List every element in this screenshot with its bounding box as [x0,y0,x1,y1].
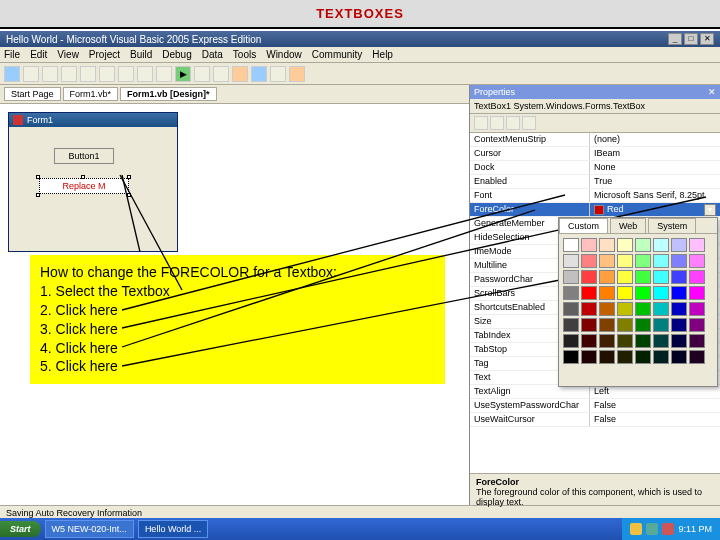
color-swatch[interactable] [671,286,687,300]
color-swatch[interactable] [599,302,615,316]
color-swatch[interactable] [689,254,705,268]
color-swatch[interactable] [653,334,669,348]
close-button[interactable]: ✕ [700,33,714,45]
color-swatch[interactable] [599,318,615,332]
resize-handle[interactable] [127,193,131,197]
color-swatch[interactable] [653,254,669,268]
menu-tools[interactable]: Tools [233,49,256,60]
color-swatch[interactable] [689,334,705,348]
tray-icon[interactable] [630,523,642,535]
color-swatch[interactable] [671,334,687,348]
copy-icon[interactable] [99,66,115,82]
form-preview[interactable]: Form1 Button1 Replace M [8,112,178,252]
tab-start-page[interactable]: Start Page [4,87,61,101]
menu-edit[interactable]: Edit [30,49,47,60]
color-swatch[interactable] [581,254,597,268]
tool-a-icon[interactable] [251,66,267,82]
color-swatch[interactable] [635,350,651,364]
new-project-icon[interactable] [4,66,20,82]
menu-debug[interactable]: Debug [162,49,191,60]
menu-data[interactable]: Data [202,49,223,60]
menu-view[interactable]: View [57,49,79,60]
color-swatch[interactable] [617,286,633,300]
menu-help[interactable]: Help [372,49,393,60]
color-swatch[interactable] [617,334,633,348]
color-swatch[interactable] [563,254,579,268]
object-selector[interactable]: TextBox1 System.Windows.Forms.TextBox [470,99,720,114]
color-swatch[interactable] [617,302,633,316]
color-swatch[interactable] [563,238,579,252]
color-swatch[interactable] [617,254,633,268]
tool-c-icon[interactable] [289,66,305,82]
save-icon[interactable] [42,66,58,82]
color-swatch[interactable] [599,334,615,348]
color-swatch[interactable] [653,318,669,332]
property-row-forecolor[interactable]: ForeColorRed▾ [470,203,720,217]
dropdown-icon[interactable]: ▾ [704,204,716,216]
color-swatch[interactable] [689,270,705,284]
color-swatch[interactable] [689,350,705,364]
color-swatch[interactable] [581,286,597,300]
property-row-font[interactable]: FontMicrosoft Sans Serif, 8.25pt [470,189,720,203]
color-swatch[interactable] [599,270,615,284]
tool-b-icon[interactable] [270,66,286,82]
run-icon[interactable]: ▶ [175,66,191,82]
alphabetical-icon[interactable] [490,116,504,130]
undo-icon[interactable] [137,66,153,82]
taskbar-item[interactable]: W5 NEW-020-Int... [45,520,134,538]
property-value[interactable]: Red▾ [590,203,720,216]
menu-project[interactable]: Project [89,49,120,60]
tray-icon[interactable] [646,523,658,535]
tray-icon[interactable] [662,523,674,535]
color-swatch[interactable] [671,350,687,364]
color-swatch[interactable] [599,254,615,268]
color-swatch[interactable] [689,318,705,332]
tab-form-design[interactable]: Form1.vb [Design]* [120,87,217,101]
color-swatch[interactable] [617,350,633,364]
cut-icon[interactable] [80,66,96,82]
color-swatch[interactable] [581,302,597,316]
color-swatch[interactable] [599,350,615,364]
color-swatch[interactable] [635,254,651,268]
color-swatch[interactable] [635,238,651,252]
tab-form-code[interactable]: Form1.vb* [63,87,119,101]
resize-handle[interactable] [36,193,40,197]
color-swatch[interactable] [581,270,597,284]
resize-handle[interactable] [81,175,85,179]
menu-build[interactable]: Build [130,49,152,60]
color-swatch[interactable] [635,270,651,284]
color-swatch[interactable] [581,238,597,252]
color-tab-system[interactable]: System [648,218,696,233]
color-swatch[interactable] [653,286,669,300]
property-row-cursor[interactable]: CursorIBeam [470,147,720,161]
property-row-dock[interactable]: DockNone [470,161,720,175]
color-swatch[interactable] [563,334,579,348]
resize-handle[interactable] [36,175,40,179]
color-swatch[interactable] [599,238,615,252]
color-swatch[interactable] [635,302,651,316]
resize-handle[interactable] [127,175,131,179]
property-value[interactable]: (none) [590,133,720,146]
property-row-textalign[interactable]: TextAlignLeft [470,385,720,399]
color-swatch[interactable] [581,350,597,364]
color-swatch[interactable] [671,318,687,332]
taskbar-item[interactable]: Hello World ... [138,520,208,538]
color-swatch[interactable] [653,350,669,364]
color-swatch[interactable] [653,238,669,252]
color-swatch[interactable] [635,286,651,300]
button-control[interactable]: Button1 [54,148,114,164]
color-swatch[interactable] [563,302,579,316]
menu-file[interactable]: File [4,49,20,60]
color-swatch[interactable] [581,334,597,348]
color-swatch[interactable] [689,302,705,316]
stop-icon[interactable] [213,66,229,82]
open-icon[interactable] [23,66,39,82]
color-swatch[interactable] [689,238,705,252]
start-button[interactable]: Start [0,521,41,537]
property-row-enabled[interactable]: EnabledTrue [470,175,720,189]
props-icon[interactable] [506,116,520,130]
color-swatch[interactable] [599,286,615,300]
color-swatch[interactable] [581,318,597,332]
maximize-button[interactable]: □ [684,33,698,45]
property-value[interactable]: True [590,175,720,188]
